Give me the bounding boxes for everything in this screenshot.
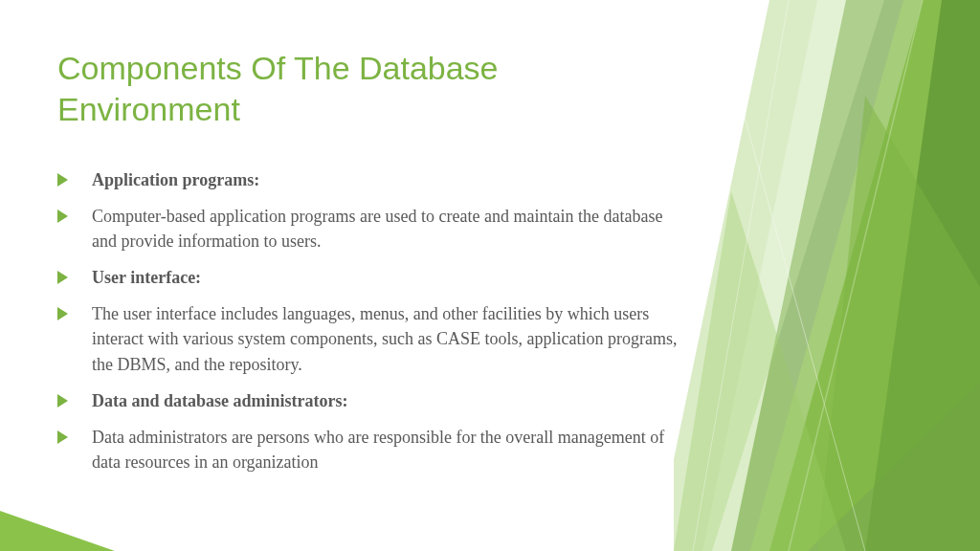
bullet-item: Application programs: (57, 167, 689, 192)
decorative-background (674, 0, 980, 551)
bullet-item: Computer-based application programs are … (57, 204, 689, 253)
bullet-item: Data and database administrators: (57, 388, 689, 413)
bullet-list: Application programs: Computer-based app… (57, 167, 689, 474)
bullet-item: User interface: (57, 265, 689, 290)
bullet-item: Data administrators are persons who are … (57, 425, 689, 474)
bullet-item: The user interface includes languages, m… (57, 301, 689, 376)
slide-title: Components Of The Database Environment (57, 48, 689, 129)
slide-content: Components Of The Database Environment A… (57, 48, 689, 486)
corner-accent (0, 511, 115, 551)
